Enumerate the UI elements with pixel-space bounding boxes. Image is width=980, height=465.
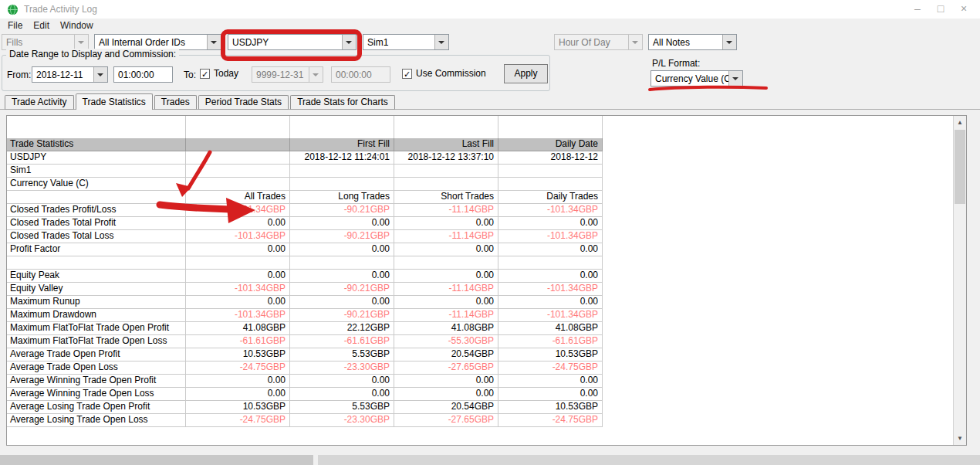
tab-period-trade-stats[interactable]: Period Trade Stats xyxy=(198,95,289,110)
row-label: Average Losing Trade Open Loss xyxy=(7,414,186,427)
cell-value: -24.75GBP xyxy=(186,361,290,375)
fills-combo[interactable]: Fills xyxy=(2,34,89,50)
table-row[interactable]: Average Winning Trade Open Profit0.000.0… xyxy=(7,375,953,388)
cell-value: -101.34GBP xyxy=(186,283,290,296)
filler-cell xyxy=(603,230,953,243)
dropdown-arrow-icon[interactable] xyxy=(207,35,221,49)
stats-table: Trade StatisticsFirst FillLast FillDaily… xyxy=(7,116,953,445)
pl-format-value: Currency Value (C) xyxy=(651,71,728,86)
table-row[interactable]: Maximum Runup0.000.000.000.00 xyxy=(7,296,953,309)
cell-value: 22.12GBP xyxy=(290,322,394,335)
use-commission-checkbox[interactable]: ✓ Use Commission xyxy=(402,68,486,79)
table-row[interactable]: Closed Trades Total Profit0.000.000.000.… xyxy=(7,217,953,230)
vertical-scrollbar[interactable]: ▲ ▼ xyxy=(953,116,966,445)
filler-cell xyxy=(603,335,953,348)
maximize-icon[interactable]: □ xyxy=(929,0,952,19)
table-header-row[interactable]: Trade StatisticsFirst FillLast FillDaily… xyxy=(7,138,953,151)
scroll-up-icon[interactable]: ▲ xyxy=(954,116,966,129)
menu-bar: FileEditWindow xyxy=(0,19,980,33)
cell-value: -11.14GBP xyxy=(394,230,498,243)
cell-value: 0.00 xyxy=(186,388,290,401)
table-row[interactable]: All TradesLong TradesShort TradesDaily T… xyxy=(7,191,953,204)
cell-value: -23.30GBP xyxy=(290,414,394,427)
cell-value: 0.00 xyxy=(498,217,603,230)
symbol-combo[interactable]: USDJPY xyxy=(228,34,357,50)
bottom-scrollbar-right[interactable] xyxy=(318,455,980,465)
checkbox-check-icon[interactable]: ✓ xyxy=(200,69,210,79)
to-label: To: xyxy=(184,70,196,80)
order-ids-combo[interactable]: All Internal Order IDs xyxy=(94,34,221,50)
marker-underline-pl-format xyxy=(650,87,766,90)
from-date-combo[interactable]: 2018-12-11 xyxy=(32,66,108,83)
table-row[interactable]: Closed Trades Profit/Loss-101.34GBP-90.2… xyxy=(7,204,953,217)
cell-value: All Trades xyxy=(186,191,290,204)
symbol-combo-value: USDJPY xyxy=(228,35,342,49)
today-checkbox[interactable]: ✓ Today xyxy=(200,68,238,79)
tab-trades[interactable]: Trades xyxy=(154,95,197,110)
cell-value: 41.08GBP xyxy=(186,322,290,335)
table-row[interactable]: Equity Peak0.000.000.000.00 xyxy=(7,270,953,283)
table-row[interactable]: Average Losing Trade Open Loss-24.75GBP-… xyxy=(7,414,953,427)
tab-trade-activity[interactable]: Trade Activity xyxy=(5,95,74,110)
from-time-field[interactable]: 01:00:00 xyxy=(113,66,173,83)
row-label: Maximum FlatToFlat Trade Open Loss xyxy=(7,335,186,348)
tab-trade-statistics[interactable]: Trade Statistics xyxy=(76,93,153,110)
table-row[interactable]: Average Winning Trade Open Loss0.000.000… xyxy=(7,388,953,401)
cell-value: 0.00 xyxy=(290,217,394,230)
table-row[interactable]: Equity Valley-101.34GBP-90.21GBP-11.14GB… xyxy=(7,283,953,296)
cell-value: 0.00 xyxy=(186,375,290,388)
account-combo[interactable]: Sim1 xyxy=(363,34,449,50)
dropdown-arrow-icon[interactable] xyxy=(309,67,323,82)
to-time-field[interactable]: 00:00:00 xyxy=(331,66,390,83)
cell-value: -101.34GBP xyxy=(186,230,290,243)
menu-edit[interactable]: Edit xyxy=(28,19,55,33)
dropdown-arrow-icon[interactable] xyxy=(722,35,736,49)
table-row[interactable]: Average Losing Trade Open Profit10.53GBP… xyxy=(7,401,953,414)
dropdown-arrow-icon[interactable] xyxy=(93,67,107,82)
close-icon[interactable]: × xyxy=(952,0,975,19)
scroll-down-icon[interactable]: ▼ xyxy=(954,432,966,445)
hour-of-day-combo-value: Hour Of Day xyxy=(555,35,628,49)
tab-trade-stats-for-charts[interactable]: Trade Stats for Charts xyxy=(290,95,395,110)
to-date-combo[interactable]: 9999-12-31 xyxy=(252,66,323,83)
dropdown-arrow-icon[interactable] xyxy=(74,35,88,49)
cell-value: 0.00 xyxy=(290,388,394,401)
scrollbar-thumb[interactable] xyxy=(955,130,965,204)
filler-cell xyxy=(603,414,953,427)
cell-value: -24.75GBP xyxy=(498,414,603,427)
table-row[interactable]: Profit Factor0.000.000.000.00 xyxy=(7,243,953,256)
pl-format-combo[interactable]: Currency Value (C) xyxy=(651,70,743,87)
table-row[interactable]: Maximum FlatToFlat Trade Open Loss-61.61… xyxy=(7,335,953,348)
cell-value: First Fill xyxy=(290,138,394,151)
menu-file[interactable]: File xyxy=(2,19,28,33)
hour-of-day-combo[interactable]: Hour Of Day xyxy=(554,34,643,50)
table-row[interactable]: Sim1 xyxy=(7,165,953,178)
dropdown-arrow-icon[interactable] xyxy=(728,71,742,86)
table-row[interactable] xyxy=(7,256,953,270)
dropdown-arrow-icon[interactable] xyxy=(628,35,642,49)
dropdown-arrow-icon[interactable] xyxy=(434,35,448,49)
table-row[interactable]: USDJPY2018-12-12 11:24:012018-12-12 13:3… xyxy=(7,151,953,165)
notes-combo[interactable]: All Notes xyxy=(648,34,737,50)
table-row[interactable]: Average Trade Open Profit10.53GBP5.53GBP… xyxy=(7,348,953,361)
table-row[interactable]: Closed Trades Total Loss-101.34GBP-90.21… xyxy=(7,230,953,243)
bottom-scrollbar-left[interactable] xyxy=(0,455,313,465)
cell-value: -101.34GBP xyxy=(498,204,603,217)
apply-button[interactable]: Apply xyxy=(504,64,548,83)
table-row[interactable]: Average Trade Open Loss-24.75GBP-23.30GB… xyxy=(7,361,953,375)
cell-value: -27.65GBP xyxy=(394,361,498,375)
checkbox-check-icon[interactable]: ✓ xyxy=(402,69,412,79)
from-date-value: 2018-12-11 xyxy=(32,67,93,82)
table-row[interactable]: Maximum FlatToFlat Trade Open Profit41.0… xyxy=(7,322,953,335)
tab-strip: Trade ActivityTrade StatisticsTradesPeri… xyxy=(5,93,397,110)
menu-window[interactable]: Window xyxy=(55,19,99,33)
cell-value: -23.30GBP xyxy=(290,361,394,375)
table-row[interactable]: Currency Value (C) xyxy=(7,178,953,191)
cell-value: 0.00 xyxy=(186,243,290,256)
dropdown-arrow-icon[interactable] xyxy=(342,35,356,49)
minimize-icon[interactable]: – xyxy=(906,0,929,19)
cell-value xyxy=(186,256,290,270)
window-controls: – □ × xyxy=(906,0,975,19)
fills-combo-value: Fills xyxy=(2,35,74,49)
table-row[interactable]: Maximum Drawdown-101.34GBP-90.21GBP-11.1… xyxy=(7,309,953,322)
